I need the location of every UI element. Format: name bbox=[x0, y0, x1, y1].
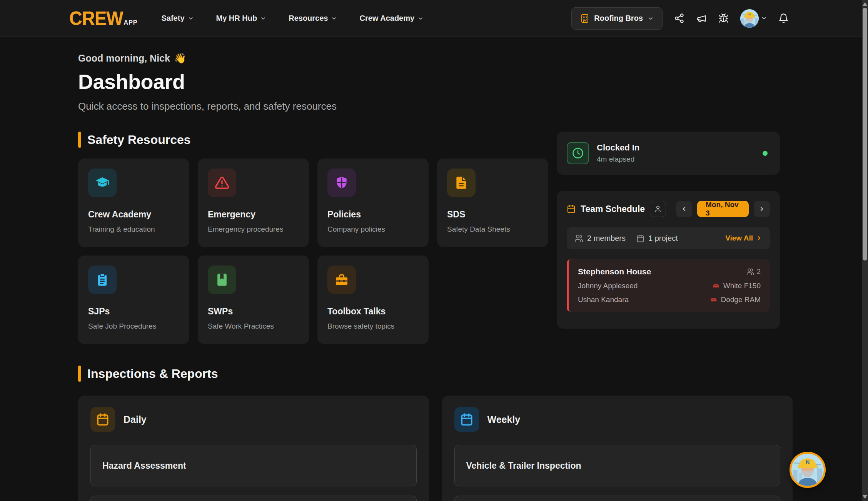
announcements-button[interactable] bbox=[696, 13, 707, 24]
vehicle-label: White F150 bbox=[723, 282, 761, 290]
card-title: Toolbox Talks bbox=[327, 306, 419, 317]
current-date-button[interactable]: Mon, Nov 3 bbox=[697, 201, 749, 217]
floating-avatar-button[interactable]: N bbox=[790, 452, 826, 488]
nav-label: Resources bbox=[289, 14, 328, 23]
inspection-item-partial[interactable] bbox=[454, 496, 781, 501]
projects-count: 1 project bbox=[648, 234, 678, 243]
notifications-button[interactable] bbox=[778, 13, 789, 23]
chevron-right-icon bbox=[756, 235, 762, 241]
greeting-text: Good morning, Nick bbox=[78, 53, 170, 64]
scroll-down-arrow[interactable] bbox=[863, 495, 867, 499]
scroll-up-arrow[interactable] bbox=[863, 2, 867, 6]
section-accent-bar bbox=[78, 366, 81, 382]
crew-row: Johnny Appleseed White F150 bbox=[578, 282, 761, 290]
card-toolbox-talks[interactable]: Toolbox Talks Browse safety topics bbox=[317, 256, 429, 344]
nav-item-my-hr-hub[interactable]: My HR Hub bbox=[216, 14, 267, 23]
wave-emoji: 👋 bbox=[174, 52, 186, 64]
greeting: Good morning, Nick 👋 bbox=[78, 52, 793, 64]
card-title: Emergency bbox=[208, 209, 299, 220]
crew-vehicle: White F150 bbox=[712, 282, 761, 290]
scrollbar[interactable] bbox=[862, 0, 868, 501]
clipboard-icon bbox=[88, 266, 117, 294]
inspection-item-vehicle-trailer[interactable]: Vehicle & Trailer Inspection bbox=[454, 445, 781, 486]
org-selector-button[interactable]: Roofing Bros bbox=[571, 7, 663, 30]
my-schedule-button[interactable] bbox=[650, 201, 666, 217]
org-name: Roofing Bros bbox=[594, 14, 643, 23]
shield-icon bbox=[327, 169, 356, 197]
chevron-down-icon bbox=[331, 15, 337, 22]
logo-suffix: APP bbox=[124, 19, 138, 26]
team-schedule-card: Team Schedule Mon, Nov 3 bbox=[557, 191, 780, 329]
alert-triangle-icon bbox=[208, 169, 236, 197]
chevron-down-icon bbox=[260, 15, 266, 22]
project-name: Stephenson House bbox=[578, 267, 651, 276]
view-all-label: View All bbox=[725, 234, 753, 242]
chevron-down-icon bbox=[417, 15, 424, 22]
scrollbar-thumb[interactable] bbox=[863, 8, 867, 261]
crew-member-name: Johnny Appleseed bbox=[578, 282, 638, 290]
graduation-cap-icon bbox=[88, 169, 117, 197]
bug-icon bbox=[718, 13, 729, 23]
bug-report-button[interactable] bbox=[718, 13, 729, 23]
clock-icon bbox=[567, 142, 589, 164]
app-logo[interactable]: CREW APP bbox=[69, 8, 138, 29]
chevron-down-icon bbox=[188, 15, 194, 22]
avatar: N bbox=[740, 9, 759, 28]
nav-label: Crew Academy bbox=[359, 14, 414, 23]
prev-day-button[interactable] bbox=[676, 201, 692, 217]
card-subtitle: Company policies bbox=[327, 225, 419, 234]
card-sjps[interactable]: SJPs Safe Job Procedures bbox=[78, 256, 189, 344]
inspection-item-hazard-assessment[interactable]: Hazard Assessment bbox=[90, 445, 417, 486]
chevron-left-icon bbox=[681, 205, 688, 212]
card-title: Policies bbox=[327, 209, 419, 220]
users-icon bbox=[746, 268, 754, 276]
safety-resources-grid: Crew Academy Training & education Emerge… bbox=[78, 159, 548, 344]
bell-icon bbox=[778, 13, 789, 23]
item-label: Vehicle & Trailer Inspection bbox=[466, 461, 581, 471]
card-sds[interactable]: SDS Safety Data Sheets bbox=[437, 159, 548, 247]
nav-item-crew-academy[interactable]: Crew Academy bbox=[359, 14, 424, 23]
page-subtitle: Quick access to inspections, reports, an… bbox=[78, 100, 793, 112]
members-count: 2 members bbox=[587, 234, 626, 243]
card-subtitle: Safe Work Practices bbox=[208, 322, 299, 331]
nav-item-safety[interactable]: Safety bbox=[162, 14, 194, 23]
clock-elapsed: 4m elapsed bbox=[597, 155, 639, 164]
file-text-icon bbox=[447, 169, 476, 197]
nav-right-controls: Roofing Bros bbox=[571, 7, 789, 30]
status-dot bbox=[763, 151, 768, 156]
inspection-item-partial[interactable] bbox=[90, 496, 417, 501]
toolbox-icon bbox=[327, 266, 356, 294]
view-all-link[interactable]: View All bbox=[725, 234, 762, 242]
book-icon bbox=[208, 266, 236, 294]
schedule-stats-bar: 2 members 1 project View All bbox=[567, 227, 770, 249]
projects-stat: 1 project bbox=[636, 234, 678, 243]
nav-label: My HR Hub bbox=[216, 14, 257, 23]
card-subtitle: Safety Data Sheets bbox=[447, 225, 538, 234]
card-subtitle: Training & education bbox=[88, 225, 179, 234]
nav-item-resources[interactable]: Resources bbox=[289, 14, 337, 23]
user-menu[interactable]: N bbox=[740, 9, 767, 28]
card-policies[interactable]: Policies Company policies bbox=[317, 159, 429, 247]
card-title: SDS bbox=[447, 209, 538, 220]
card-crew-academy[interactable]: Crew Academy Training & education bbox=[78, 159, 189, 247]
card-title: SJPs bbox=[88, 306, 179, 317]
card-subtitle: Emergency procedures bbox=[208, 225, 299, 234]
calendar-icon bbox=[90, 407, 115, 432]
card-title: SWPs bbox=[208, 306, 299, 317]
safety-resources-header: Safety Resources bbox=[78, 132, 548, 148]
card-swps[interactable]: SWPs Safe Work Practices bbox=[198, 256, 309, 344]
calendar-icon bbox=[454, 407, 479, 432]
nav-label: Safety bbox=[162, 14, 185, 23]
crew-member-name: Ushan Kandara bbox=[578, 296, 629, 304]
calendar-icon bbox=[636, 234, 644, 242]
clocked-in-card[interactable]: Clocked In 4m elapsed bbox=[557, 132, 780, 175]
card-emergency[interactable]: Emergency Emergency procedures bbox=[198, 159, 309, 247]
inspections-section: Inspections & Reports Daily Hazard Asses… bbox=[78, 366, 793, 501]
chevron-down-icon bbox=[761, 15, 767, 21]
user-icon bbox=[654, 205, 662, 213]
section-title: Inspections & Reports bbox=[87, 367, 218, 381]
share-button[interactable] bbox=[674, 13, 684, 23]
project-card[interactable]: Stephenson House 2 Johnny Appleseed Whit… bbox=[567, 259, 770, 312]
section-title: Safety Resources bbox=[87, 133, 191, 147]
next-day-button[interactable] bbox=[754, 201, 770, 217]
